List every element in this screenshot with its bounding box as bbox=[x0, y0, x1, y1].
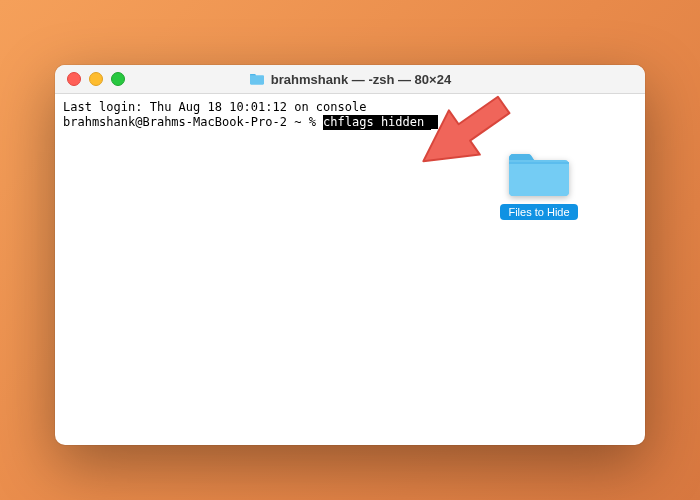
minimize-icon[interactable] bbox=[89, 72, 103, 86]
cursor bbox=[431, 115, 438, 129]
terminal-body[interactable]: Last login: Thu Aug 18 10:01:12 on conso… bbox=[55, 94, 645, 136]
folder-icon bbox=[249, 73, 265, 86]
svg-rect-1 bbox=[509, 162, 569, 164]
window-title: brahmshank — -zsh — 80×24 bbox=[55, 72, 645, 87]
folder-icon bbox=[506, 150, 572, 200]
titlebar: brahmshank — -zsh — 80×24 bbox=[55, 65, 645, 94]
traffic-lights bbox=[67, 72, 125, 86]
prompt-text: brahmshank@Brahms-MacBook-Pro-2 ~ % bbox=[63, 115, 323, 130]
folder-label: Files to Hide bbox=[500, 204, 577, 220]
zoom-icon[interactable] bbox=[111, 72, 125, 86]
command-text: chflags hidden bbox=[323, 115, 431, 130]
last-login-line: Last login: Thu Aug 18 10:01:12 on conso… bbox=[63, 100, 637, 115]
close-icon[interactable] bbox=[67, 72, 81, 86]
desktop-folder[interactable]: Files to Hide bbox=[500, 150, 578, 220]
window-title-text: brahmshank — -zsh — 80×24 bbox=[271, 72, 451, 87]
terminal-window[interactable]: brahmshank — -zsh — 80×24 Last login: Th… bbox=[55, 65, 645, 445]
svg-rect-0 bbox=[509, 162, 569, 196]
prompt-line: brahmshank@Brahms-MacBook-Pro-2 ~ % chfl… bbox=[63, 115, 637, 130]
